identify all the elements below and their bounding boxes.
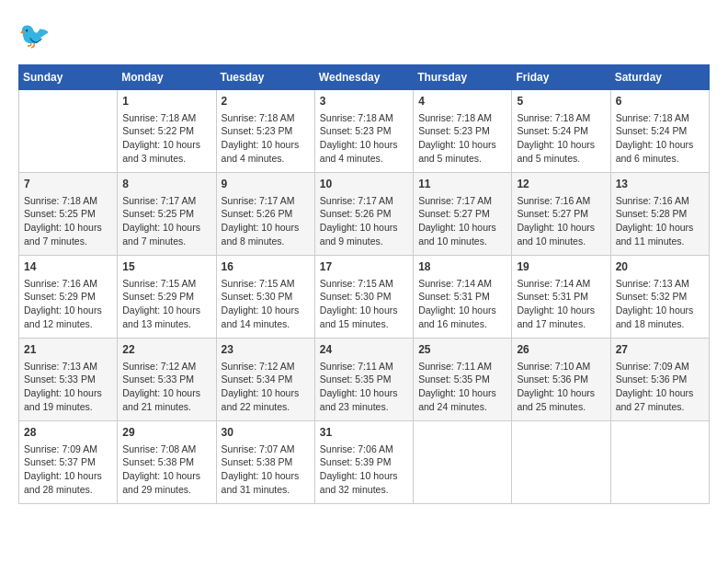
day-info: Sunrise: 7:12 AMSunset: 5:34 PMDaylight:… — [222, 360, 310, 414]
week-row-4: 21Sunrise: 7:13 AMSunset: 5:33 PMDayligh… — [19, 339, 710, 421]
day-info: Sunrise: 7:17 AMSunset: 5:26 PMDaylight:… — [320, 194, 408, 248]
header-friday: Friday — [512, 65, 610, 90]
day-number: 18 — [418, 259, 506, 275]
calendar-cell: 17Sunrise: 7:15 AMSunset: 5:30 PMDayligh… — [314, 256, 413, 339]
header-row: SundayMondayTuesdayWednesdayThursdayFrid… — [19, 65, 710, 90]
svg-text:🐦: 🐦 — [18, 20, 51, 51]
day-number: 6 — [616, 94, 704, 109]
day-info: Sunrise: 7:18 AMSunset: 5:23 PMDaylight:… — [418, 111, 506, 166]
calendar-cell: 8Sunrise: 7:17 AMSunset: 5:25 PMDaylight… — [118, 173, 216, 256]
page-header: 🐦 — [18, 18, 710, 55]
day-number: 15 — [122, 259, 210, 275]
day-info: Sunrise: 7:06 AMSunset: 5:39 PMDaylight:… — [320, 442, 408, 497]
calendar-cell: 10Sunrise: 7:17 AMSunset: 5:26 PMDayligh… — [314, 173, 413, 256]
calendar-cell: 1Sunrise: 7:18 AMSunset: 5:22 PMDaylight… — [118, 90, 216, 173]
header-wednesday: Wednesday — [314, 65, 413, 90]
calendar-cell: 27Sunrise: 7:09 AMSunset: 5:36 PMDayligh… — [610, 339, 709, 421]
day-info: Sunrise: 7:11 AMSunset: 5:35 PMDaylight:… — [418, 360, 506, 414]
day-number: 19 — [517, 259, 605, 275]
day-info: Sunrise: 7:14 AMSunset: 5:31 PMDaylight:… — [418, 277, 506, 331]
calendar-cell — [414, 421, 512, 504]
day-number: 1 — [122, 94, 210, 109]
day-number: 5 — [517, 94, 605, 109]
calendar-cell: 9Sunrise: 7:17 AMSunset: 5:26 PMDaylight… — [216, 173, 314, 256]
day-info: Sunrise: 7:16 AMSunset: 5:28 PMDaylight:… — [616, 194, 704, 248]
day-info: Sunrise: 7:18 AMSunset: 5:23 PMDaylight:… — [320, 111, 408, 166]
calendar-cell: 28Sunrise: 7:09 AMSunset: 5:37 PMDayligh… — [19, 421, 118, 504]
day-info: Sunrise: 7:15 AMSunset: 5:30 PMDaylight:… — [222, 277, 310, 331]
day-number: 21 — [24, 342, 112, 358]
calendar-cell: 18Sunrise: 7:14 AMSunset: 5:31 PMDayligh… — [414, 256, 512, 339]
day-info: Sunrise: 7:18 AMSunset: 5:25 PMDaylight:… — [24, 194, 112, 248]
day-info: Sunrise: 7:14 AMSunset: 5:31 PMDaylight:… — [517, 277, 605, 331]
day-info: Sunrise: 7:11 AMSunset: 5:35 PMDaylight:… — [320, 360, 408, 414]
day-number: 9 — [222, 177, 310, 192]
day-number: 29 — [122, 425, 210, 441]
calendar-cell: 12Sunrise: 7:16 AMSunset: 5:27 PMDayligh… — [512, 173, 610, 256]
day-number: 8 — [122, 177, 210, 192]
day-info: Sunrise: 7:18 AMSunset: 5:22 PMDaylight:… — [122, 111, 210, 166]
day-info: Sunrise: 7:09 AMSunset: 5:37 PMDaylight:… — [24, 442, 112, 497]
calendar-cell — [19, 90, 118, 173]
calendar-cell: 23Sunrise: 7:12 AMSunset: 5:34 PMDayligh… — [216, 339, 314, 421]
calendar-cell: 31Sunrise: 7:06 AMSunset: 5:39 PMDayligh… — [314, 421, 413, 504]
calendar-cell: 26Sunrise: 7:10 AMSunset: 5:36 PMDayligh… — [512, 339, 610, 421]
calendar-cell: 21Sunrise: 7:13 AMSunset: 5:33 PMDayligh… — [19, 339, 118, 421]
calendar-cell: 7Sunrise: 7:18 AMSunset: 5:25 PMDaylight… — [19, 173, 118, 256]
day-number: 13 — [616, 177, 704, 192]
day-number: 26 — [517, 342, 605, 358]
header-saturday: Saturday — [610, 65, 709, 90]
header-tuesday: Tuesday — [216, 65, 314, 90]
day-number: 24 — [320, 342, 408, 358]
day-number: 23 — [222, 342, 310, 358]
week-row-3: 14Sunrise: 7:16 AMSunset: 5:29 PMDayligh… — [19, 256, 710, 339]
calendar-cell — [512, 421, 610, 504]
week-row-1: 1Sunrise: 7:18 AMSunset: 5:22 PMDaylight… — [19, 90, 710, 173]
day-number: 27 — [616, 342, 704, 358]
day-number: 20 — [616, 259, 704, 275]
day-number: 12 — [517, 177, 605, 192]
week-row-2: 7Sunrise: 7:18 AMSunset: 5:25 PMDaylight… — [19, 173, 710, 256]
day-number: 30 — [222, 425, 310, 441]
day-number: 16 — [222, 259, 310, 275]
calendar-cell: 13Sunrise: 7:16 AMSunset: 5:28 PMDayligh… — [610, 173, 709, 256]
day-info: Sunrise: 7:16 AMSunset: 5:29 PMDaylight:… — [24, 277, 112, 331]
calendar-cell: 14Sunrise: 7:16 AMSunset: 5:29 PMDayligh… — [19, 256, 118, 339]
day-number: 7 — [24, 177, 112, 192]
header-thursday: Thursday — [414, 65, 512, 90]
day-number: 4 — [418, 94, 506, 109]
header-monday: Monday — [118, 65, 216, 90]
day-number: 25 — [418, 342, 506, 358]
day-info: Sunrise: 7:07 AMSunset: 5:38 PMDaylight:… — [222, 442, 310, 497]
day-info: Sunrise: 7:13 AMSunset: 5:33 PMDaylight:… — [24, 360, 112, 414]
day-number: 11 — [418, 177, 506, 192]
day-info: Sunrise: 7:18 AMSunset: 5:24 PMDaylight:… — [517, 111, 605, 166]
calendar-cell: 3Sunrise: 7:18 AMSunset: 5:23 PMDaylight… — [314, 90, 413, 173]
logo-icon: 🐦 — [18, 18, 51, 55]
calendar-cell: 24Sunrise: 7:11 AMSunset: 5:35 PMDayligh… — [314, 339, 413, 421]
calendar-cell: 6Sunrise: 7:18 AMSunset: 5:24 PMDaylight… — [610, 90, 709, 173]
calendar-cell: 11Sunrise: 7:17 AMSunset: 5:27 PMDayligh… — [414, 173, 512, 256]
day-info: Sunrise: 7:17 AMSunset: 5:25 PMDaylight:… — [122, 194, 210, 248]
day-info: Sunrise: 7:09 AMSunset: 5:36 PMDaylight:… — [616, 360, 704, 414]
day-info: Sunrise: 7:17 AMSunset: 5:27 PMDaylight:… — [418, 194, 506, 248]
day-info: Sunrise: 7:15 AMSunset: 5:30 PMDaylight:… — [320, 277, 408, 331]
day-number: 3 — [320, 94, 408, 109]
calendar-cell: 2Sunrise: 7:18 AMSunset: 5:23 PMDaylight… — [216, 90, 314, 173]
day-number: 10 — [320, 177, 408, 192]
calendar-cell: 4Sunrise: 7:18 AMSunset: 5:23 PMDaylight… — [414, 90, 512, 173]
calendar-cell — [610, 421, 709, 504]
day-info: Sunrise: 7:10 AMSunset: 5:36 PMDaylight:… — [517, 360, 605, 414]
calendar-cell: 25Sunrise: 7:11 AMSunset: 5:35 PMDayligh… — [414, 339, 512, 421]
calendar-table: SundayMondayTuesdayWednesdayThursdayFrid… — [18, 64, 710, 504]
day-number: 14 — [24, 259, 112, 275]
day-info: Sunrise: 7:12 AMSunset: 5:33 PMDaylight:… — [122, 360, 210, 414]
day-number: 28 — [24, 425, 112, 441]
day-info: Sunrise: 7:16 AMSunset: 5:27 PMDaylight:… — [517, 194, 605, 248]
day-info: Sunrise: 7:15 AMSunset: 5:29 PMDaylight:… — [122, 277, 210, 331]
week-row-5: 28Sunrise: 7:09 AMSunset: 5:37 PMDayligh… — [19, 421, 710, 504]
calendar-cell: 20Sunrise: 7:13 AMSunset: 5:32 PMDayligh… — [610, 256, 709, 339]
calendar-cell: 30Sunrise: 7:07 AMSunset: 5:38 PMDayligh… — [216, 421, 314, 504]
day-info: Sunrise: 7:18 AMSunset: 5:24 PMDaylight:… — [616, 111, 704, 166]
day-info: Sunrise: 7:08 AMSunset: 5:38 PMDaylight:… — [122, 442, 210, 497]
